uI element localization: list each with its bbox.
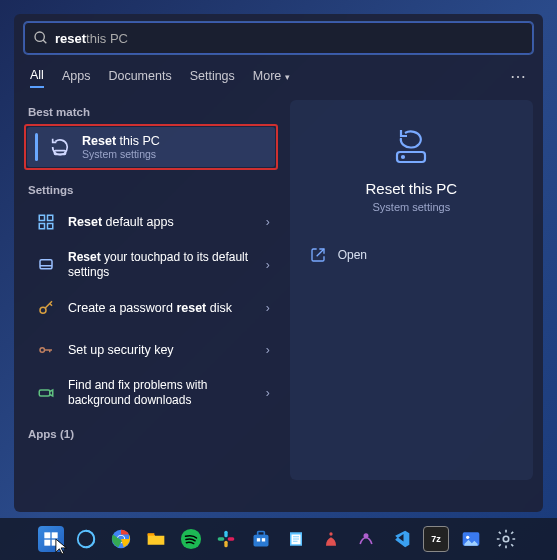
chevron-right-icon: ›	[262, 258, 274, 272]
tab-settings[interactable]: Settings	[190, 65, 235, 87]
svg-rect-26	[224, 531, 227, 538]
svg-rect-33	[262, 538, 265, 541]
svg-rect-3	[39, 215, 44, 220]
svg-rect-13	[39, 390, 50, 396]
result-reset-touchpad[interactable]: Reset your touchpad to its default setti…	[24, 244, 278, 286]
taskbar: 7z	[0, 518, 557, 560]
svg-rect-29	[228, 537, 235, 540]
results-list: Best match Reset this PC System settings…	[24, 100, 278, 480]
section-settings: Settings	[28, 184, 274, 196]
svg-rect-17	[52, 532, 58, 538]
taskbar-settings[interactable]	[493, 526, 519, 552]
svg-point-43	[503, 536, 509, 542]
section-best-match: Best match	[28, 106, 274, 118]
svg-rect-7	[40, 260, 52, 269]
more-options-icon[interactable]: ⋯	[510, 67, 527, 86]
security-key-icon	[32, 336, 60, 364]
result-reset-this-pc[interactable]: Reset this PC System settings	[27, 127, 275, 167]
reset-pc-icon	[46, 133, 74, 161]
touchpad-icon	[32, 251, 60, 279]
taskbar-store[interactable]	[248, 526, 274, 552]
svg-rect-6	[48, 224, 53, 229]
taskbar-app-swirl[interactable]	[73, 526, 99, 552]
chevron-right-icon: ›	[262, 386, 274, 400]
taskbar-notepad[interactable]	[283, 526, 309, 552]
troubleshoot-icon	[32, 379, 60, 407]
tab-apps[interactable]: Apps	[62, 65, 91, 87]
annotation-highlight: Reset this PC System settings	[24, 124, 278, 170]
svg-rect-16	[44, 532, 50, 538]
svg-rect-19	[52, 540, 58, 546]
chevron-right-icon: ›	[262, 215, 274, 229]
svg-rect-4	[48, 215, 53, 220]
result-security-key[interactable]: Set up security key ›	[24, 330, 278, 370]
svg-rect-32	[257, 538, 260, 541]
taskbar-photos[interactable]	[458, 526, 484, 552]
svg-rect-28	[224, 541, 227, 548]
taskbar-spotify[interactable]	[178, 526, 204, 552]
search-icon	[33, 30, 49, 46]
search-query: reset this PC	[55, 31, 128, 46]
chevron-right-icon: ›	[262, 301, 274, 315]
result-reset-default-apps[interactable]: Reset default apps ›	[24, 202, 278, 242]
svg-point-40	[364, 534, 367, 537]
svg-rect-31	[258, 532, 265, 536]
svg-rect-24	[148, 533, 155, 536]
apps-icon	[32, 208, 60, 236]
reset-pc-large-icon	[387, 126, 435, 170]
taskbar-7zip[interactable]: 7z	[423, 526, 449, 552]
svg-rect-30	[254, 535, 269, 547]
chevron-right-icon: ›	[262, 343, 274, 357]
tab-all[interactable]: All	[30, 64, 44, 88]
taskbar-chrome[interactable]	[108, 526, 134, 552]
tab-documents[interactable]: Documents	[108, 65, 171, 87]
svg-rect-27	[218, 537, 225, 540]
key-icon	[32, 294, 60, 322]
taskbar-vscode[interactable]	[388, 526, 414, 552]
svg-rect-5	[39, 224, 44, 229]
svg-point-42	[466, 536, 469, 539]
preview-title: Reset this PC	[365, 180, 457, 197]
section-apps: Apps (1)	[28, 428, 274, 440]
tab-more[interactable]: More ▾	[253, 65, 290, 87]
taskbar-app-purple[interactable]	[353, 526, 379, 552]
svg-point-39	[329, 532, 332, 535]
filter-tabs: All Apps Documents Settings More ▾ ⋯	[24, 64, 533, 88]
taskbar-file-explorer[interactable]	[143, 526, 169, 552]
open-action[interactable]: Open	[306, 241, 517, 269]
result-fix-downloads[interactable]: Find and fix problems with background do…	[24, 372, 278, 414]
open-icon	[310, 247, 326, 263]
svg-point-10	[40, 348, 45, 353]
search-input[interactable]: reset this PC	[24, 22, 533, 54]
preview-pane: Reset this PC System settings Open	[290, 100, 533, 480]
svg-point-0	[35, 32, 44, 41]
svg-point-15	[402, 156, 404, 158]
svg-rect-18	[44, 540, 50, 546]
svg-point-9	[40, 307, 46, 313]
start-button[interactable]	[38, 526, 64, 552]
search-panel: reset this PC All Apps Documents Setting…	[14, 14, 543, 512]
preview-subtitle: System settings	[373, 201, 451, 213]
taskbar-app-red[interactable]	[318, 526, 344, 552]
result-password-reset-disk[interactable]: Create a password reset disk ›	[24, 288, 278, 328]
svg-line-1	[43, 40, 46, 43]
taskbar-slack[interactable]	[213, 526, 239, 552]
